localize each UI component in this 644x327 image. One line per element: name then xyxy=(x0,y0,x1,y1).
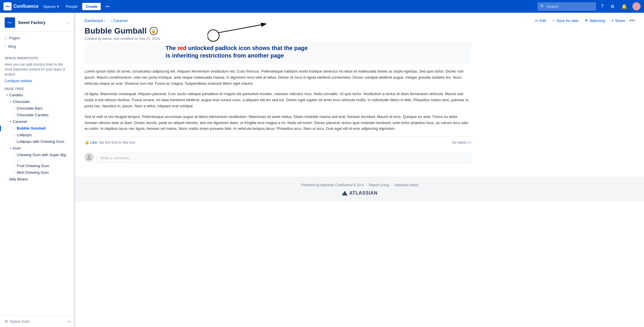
space-tools-button[interactable]: ⚙ Space tools xyxy=(5,319,30,324)
page-tree-label: PAGE TREE xyxy=(0,86,75,92)
tree-item-label: Bubble Gumball xyxy=(17,126,46,130)
more-nav-button[interactable]: ••• xyxy=(103,3,112,10)
tree-item[interactable]: •Mint Chewing Gum xyxy=(0,169,75,176)
annotation-text-the: The xyxy=(166,45,176,51)
watching-button[interactable]: 👁 Watching xyxy=(583,17,607,24)
tree-item-label: Mint Chewing Gum xyxy=(17,170,49,175)
settings-icon-button[interactable]: ⚙ xyxy=(609,3,616,10)
tree-bullet-icon: • xyxy=(13,127,17,130)
search-input[interactable] xyxy=(538,3,596,10)
tree-item[interactable]: ▾Caramel xyxy=(0,118,75,125)
page-content-wrapper: Bubble Gumball 🔓 xyxy=(75,26,480,177)
page-footer: Powered by Atlassian Confluence 6.10.0 ·… xyxy=(75,177,644,202)
help-icon-button[interactable]: ? xyxy=(599,3,605,10)
tree-bullet-icon: • xyxy=(13,140,17,143)
footer-sep1: · xyxy=(366,183,366,187)
body-paragraph-2: Ut ligula. Maecenas consequat. Aliquam p… xyxy=(85,91,471,109)
report-bug-link[interactable]: Report a bug xyxy=(369,183,389,187)
tree-item[interactable]: ▾Gum xyxy=(0,145,75,152)
collapse-sidebar-button[interactable]: « xyxy=(68,319,70,324)
configure-sidebar-link[interactable]: Configure sidebar. xyxy=(0,79,75,83)
tree-toggle-icon: ▾ xyxy=(8,120,13,123)
tree-item[interactable]: •Bubble Gumball xyxy=(0,125,75,132)
atlassian-triangle-icon xyxy=(342,191,348,195)
confluence-logo[interactable]: Confluence xyxy=(3,2,38,10)
pages-label: Pages xyxy=(9,36,20,40)
more-actions-button[interactable]: ••• xyxy=(629,18,635,24)
sidebar: Sweet Factory ☆ □ Pages " Blog SPACE SHO… xyxy=(0,13,75,327)
gear-icon: ⚙ xyxy=(5,319,8,324)
confluence-logo-icon xyxy=(3,2,12,10)
main-content: Dashboard / … / Caramel ✏ Edit ☆ Save fo… xyxy=(75,13,644,327)
annotation-box: The red unlocked padlock icon shows that… xyxy=(85,42,471,64)
tree-item[interactable]: •Fruit Chewing Gum xyxy=(0,162,75,169)
page-actions: ✏ Edit ☆ Save for later 👁 Watching ↗ Sha… xyxy=(533,17,635,24)
tree-item[interactable]: ▾Candies xyxy=(0,92,75,98)
be-first-label: Be the first to like this xyxy=(100,140,135,145)
breadcrumb-caramel[interactable]: Caramel xyxy=(113,19,128,23)
tree-item[interactable]: •Chewing Gum with Super Big … xyxy=(0,152,75,162)
space-name: Sweet Factory xyxy=(18,20,45,25)
spaces-menu[interactable]: Spaces ▾ xyxy=(41,3,61,10)
breadcrumb-sep2: / xyxy=(111,19,112,23)
space-icon xyxy=(5,17,15,28)
tree-item[interactable]: •Chocolate Candies xyxy=(0,112,75,118)
sidebar-item-blog[interactable]: " Blog xyxy=(0,42,75,51)
tree-item-label: Chewing Gum with Super Big … xyxy=(17,153,70,161)
edit-button[interactable]: ✏ Edit xyxy=(533,17,548,24)
tree-item[interactable]: •Jelly Beans xyxy=(0,176,75,182)
people-menu[interactable]: People xyxy=(64,3,80,10)
like-button[interactable]: 👍 Like xyxy=(85,140,97,145)
page-meta: Created by admin, last modified on Sep 2… xyxy=(85,37,471,41)
save-for-later-button[interactable]: ☆ Save for later xyxy=(550,17,580,24)
top-nav: Confluence Spaces ▾ People Create ••• 🔍 … xyxy=(0,0,644,13)
atlassian-news-link[interactable]: Atlassian News xyxy=(395,183,418,187)
sidebar-resize-handle[interactable] xyxy=(74,13,75,327)
footer-logo: ATLASSIAN xyxy=(81,191,638,196)
footer-links: Powered by Atlassian Confluence 6.10.0 ·… xyxy=(81,183,638,187)
page-tree-section: PAGE TREE ▾Candies▾Chocolate•Chocolate B… xyxy=(0,83,75,185)
tree-item-label: Candies xyxy=(9,93,23,97)
page-title-area: Bubble Gumball 🔓 xyxy=(85,26,471,41)
body-paragraph-1: Lorem ipsum dolor sit amet, consectetur … xyxy=(85,69,471,86)
sidebar-item-pages[interactable]: □ Pages xyxy=(0,34,75,42)
tree-item[interactable]: •Chocolate Bars xyxy=(0,105,75,112)
page-tree: ▾Candies▾Chocolate•Chocolate Bars•Chocol… xyxy=(0,92,75,182)
padlock-icon[interactable]: 🔓 xyxy=(150,27,158,35)
search-wrapper: 🔍 xyxy=(538,3,596,10)
breadcrumb-sep1: / xyxy=(104,19,105,23)
shortcuts-description: Here you can add shortcut links to the m… xyxy=(0,61,75,79)
user-avatar[interactable] xyxy=(632,2,641,10)
tree-bullet-icon: • xyxy=(13,134,17,136)
thumbs-up-icon: 👍 xyxy=(85,140,89,145)
tree-item[interactable]: •Lollipops with Chewing Gum xyxy=(0,138,75,145)
reactions-right: No labels 🏷 xyxy=(452,141,471,145)
tree-bullet-icon: • xyxy=(13,171,17,174)
tree-bullet-icon: • xyxy=(13,107,17,110)
layout: Sweet Factory ☆ □ Pages " Blog SPACE SHO… xyxy=(0,13,644,327)
space-shortcuts-label: SPACE SHORTCUTS xyxy=(0,53,75,61)
share-button[interactable]: ↗ Share xyxy=(609,17,627,24)
tree-bullet-icon: • xyxy=(13,156,17,158)
tree-item[interactable]: ▾Chocolate xyxy=(0,98,75,105)
tree-item-label: Chocolate Candies xyxy=(17,113,49,117)
page-title: Bubble Gumball xyxy=(85,26,147,36)
comment-user-avatar xyxy=(85,153,94,162)
tag-icon: 🏷 xyxy=(468,141,471,145)
annotation-text-rest1: unlocked padlock icon shows that the pag… xyxy=(188,45,308,51)
breadcrumb-ellipsis[interactable]: … xyxy=(106,19,110,23)
edit-icon: ✏ xyxy=(535,19,538,23)
ellipsis-icon: ••• xyxy=(105,4,109,9)
notifications-icon-button[interactable]: 🔔 xyxy=(620,3,629,10)
tree-bullet-icon: • xyxy=(13,165,17,167)
svg-point-2 xyxy=(88,155,90,157)
star-icon[interactable]: ☆ xyxy=(67,20,70,25)
share-icon: ↗ xyxy=(611,19,614,23)
breadcrumb-dashboard[interactable]: Dashboard xyxy=(85,19,103,23)
create-button[interactable]: Create xyxy=(82,3,101,10)
comment-input[interactable]: Write a comment… xyxy=(97,153,471,163)
comment-area: Write a comment… xyxy=(85,150,471,165)
body-paragraph-3: Sed id velit ut orci feugiat tempus. Pel… xyxy=(85,114,471,132)
tree-item[interactable]: •Lollipops xyxy=(0,132,75,138)
star-outline-icon: ☆ xyxy=(552,19,555,23)
